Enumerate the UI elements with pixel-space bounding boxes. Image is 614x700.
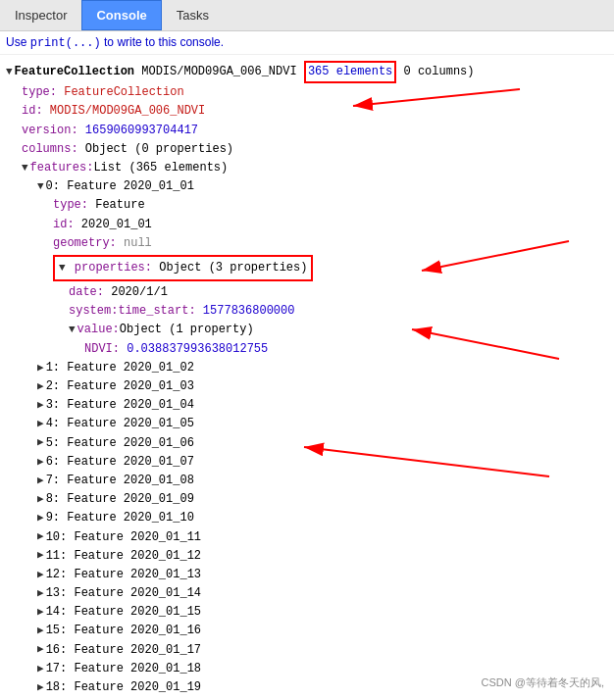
list-item[interactable]: ▶ 7: Feature 2020_01_08 xyxy=(6,472,608,490)
val-f0-type: Feature xyxy=(95,198,144,212)
toggle-fc[interactable]: ▼ xyxy=(6,64,13,81)
prop-value-header[interactable]: ▼ value: Object (1 property) xyxy=(6,321,608,339)
toggle-f11[interactable]: ▶ xyxy=(37,547,44,565)
fc-space xyxy=(134,63,141,81)
toggle-f10[interactable]: ▶ xyxy=(37,528,44,546)
toggle-f17[interactable]: ▶ xyxy=(37,661,44,678)
feature-0-label: 0: Feature 2020_01_01 xyxy=(46,177,194,196)
f17-label: 17: Feature 2020_01_18 xyxy=(46,660,201,678)
toggle-f15[interactable]: ▶ xyxy=(37,623,44,640)
list-item[interactable]: ▶ 9: Feature 2020_01_10 xyxy=(6,509,608,527)
toggle-f5[interactable]: ▶ xyxy=(37,434,44,452)
toggle-value[interactable]: ▼ xyxy=(69,322,76,339)
toggle-f3[interactable]: ▶ xyxy=(37,397,44,415)
toggle-f1[interactable]: ▶ xyxy=(37,360,44,377)
list-item[interactable]: ▶ 2: Feature 2020_01_03 xyxy=(6,377,608,396)
list-item[interactable]: ▶ 14: Feature 2020_01_15 xyxy=(6,603,608,622)
toggle-f2[interactable]: ▶ xyxy=(37,378,44,396)
f8-label: 8: Feature 2020_01_09 xyxy=(46,490,194,509)
list-item[interactable]: ▶ 12: Feature 2020_01_13 xyxy=(6,566,608,584)
f16-label: 16: Feature 2020_01_17 xyxy=(46,641,201,660)
toggle-f4[interactable]: ▶ xyxy=(37,416,44,433)
info-bar: Use print(...) to write to this console. xyxy=(0,31,614,55)
print-fn: print(...) xyxy=(30,36,101,50)
list-item[interactable]: ▶ 6: Feature 2020_01_07 xyxy=(6,453,608,472)
key-value: value: xyxy=(77,321,120,339)
fc-header-line[interactable]: ▼ FeatureCollection MODIS/MOD09GA_006_ND… xyxy=(6,61,608,83)
feature-list: ▶ 1: Feature 2020_01_02 ▶ 2: Feature 202… xyxy=(6,359,608,700)
toggle-feature-0[interactable]: ▼ xyxy=(37,178,44,196)
list-item[interactable]: ▶ 4: Feature 2020_01_05 xyxy=(6,415,608,433)
val-time-start: 1577836800000 xyxy=(203,304,295,318)
fc-paren: ) xyxy=(467,63,474,81)
val-version: 1659060993704417 xyxy=(85,124,198,137)
feature-0-id: id: 2020_01_01 xyxy=(6,216,608,234)
key-properties: properties: xyxy=(75,261,152,275)
val-f0-id: 2020_01_01 xyxy=(81,218,152,231)
watermark: CSDN @等待着冬天的风, xyxy=(482,675,604,690)
tab-inspector[interactable]: Inspector xyxy=(0,0,81,30)
toggle-f6[interactable]: ▶ xyxy=(37,454,44,472)
info-text-use: Use xyxy=(6,35,30,49)
properties-box[interactable]: ▼ properties: Object (3 properties) xyxy=(53,255,313,281)
field-columns: columns: Object (0 properties) xyxy=(6,140,608,159)
list-item[interactable]: ▶ 15: Feature 2020_01_16 xyxy=(6,622,608,640)
list-item[interactable]: ▶ 16: Feature 2020_01_17 xyxy=(6,641,608,660)
val-value-obj: Object (1 property) xyxy=(120,321,254,339)
f12-label: 12: Feature 2020_01_13 xyxy=(46,566,201,584)
f15-label: 15: Feature 2020_01_16 xyxy=(46,622,201,640)
toggle-f13[interactable]: ▶ xyxy=(37,585,44,603)
tab-console[interactable]: Console xyxy=(81,0,161,30)
toggle-f9[interactable]: ▶ xyxy=(37,510,44,527)
val-type: FeatureCollection xyxy=(64,85,183,99)
val-properties: Object (3 properties) xyxy=(159,261,307,275)
prop-date: date: 2020/1/1 xyxy=(6,283,608,302)
fc-comma xyxy=(396,63,403,81)
toggle-f16[interactable]: ▶ xyxy=(37,641,44,659)
f9-label: 9: Feature 2020_01_10 xyxy=(46,509,194,527)
list-item[interactable]: ▶ 3: Feature 2020_01_04 xyxy=(6,396,608,415)
list-item[interactable]: ▶ 11: Feature 2020_01_12 xyxy=(6,547,608,566)
key-f0-geom: geometry: xyxy=(53,236,117,250)
field-type: type: FeatureCollection xyxy=(6,83,608,102)
key-ndvi: NDVI: xyxy=(84,342,120,356)
fc-elements-highlight: 365 elements xyxy=(304,61,396,83)
val-date: 2020/1/1 xyxy=(111,285,168,299)
f18-label: 18: Feature 2020_01_19 xyxy=(46,678,201,697)
toggle-f12[interactable]: ▶ xyxy=(37,567,44,584)
list-item[interactable]: ▶ 5: Feature 2020_01_06 xyxy=(6,434,608,453)
fc-elements-text: 365 elements xyxy=(308,65,392,78)
toggle-props[interactable]: ▼ xyxy=(59,262,66,274)
val-id: MODIS/MOD09GA_006_NDVI xyxy=(50,104,205,118)
field-features[interactable]: ▼ features: List (365 elements) xyxy=(6,159,608,177)
f4-label: 4: Feature 2020_01_05 xyxy=(46,415,194,433)
toggle-features[interactable]: ▼ xyxy=(22,160,28,177)
f13-label: 13: Feature 2020_01_14 xyxy=(46,584,201,603)
tab-bar: Inspector Console Tasks xyxy=(0,0,614,31)
toggle-f7[interactable]: ▶ xyxy=(37,473,44,490)
list-item[interactable]: ▶ 13: Feature 2020_01_14 xyxy=(6,584,608,603)
toggle-f14[interactable]: ▶ xyxy=(37,604,44,622)
val-f0-geom: null xyxy=(124,236,152,250)
feature-0-header[interactable]: ▼ 0: Feature 2020_01_01 xyxy=(6,177,608,196)
f1-label: 1: Feature 2020_01_02 xyxy=(46,359,194,377)
toggle-f8[interactable]: ▶ xyxy=(37,491,44,509)
info-text-2: to write to this console. xyxy=(101,35,224,49)
toggle-f18[interactable]: ▶ xyxy=(37,679,44,697)
list-item[interactable]: ▶ 8: Feature 2020_01_09 xyxy=(6,490,608,509)
key-features: features: xyxy=(30,159,94,177)
prop-time-start: system:time_start: 1577836800000 xyxy=(6,302,608,321)
list-item[interactable]: ▶ 1: Feature 2020_01_02 xyxy=(6,359,608,377)
f11-label: 11: Feature 2020_01_12 xyxy=(46,547,201,566)
fc-space2 xyxy=(297,63,304,81)
f10-label: 10: Feature 2020_01_11 xyxy=(46,528,201,547)
val-features: List (365 elements) xyxy=(93,159,228,177)
tab-tasks[interactable]: Tasks xyxy=(162,0,224,30)
properties-section: ▼ properties: Object (3 properties) xyxy=(6,255,608,281)
val-columns: Object (0 properties) xyxy=(85,142,233,156)
fc-name: FeatureCollection xyxy=(15,63,134,81)
prop-ndvi: NDVI: 0.038837993638012755 xyxy=(6,340,608,359)
f7-label: 7: Feature 2020_01_08 xyxy=(46,472,194,490)
f2-label: 2: Feature 2020_01_03 xyxy=(46,377,194,396)
list-item[interactable]: ▶ 10: Feature 2020_01_11 xyxy=(6,528,608,547)
